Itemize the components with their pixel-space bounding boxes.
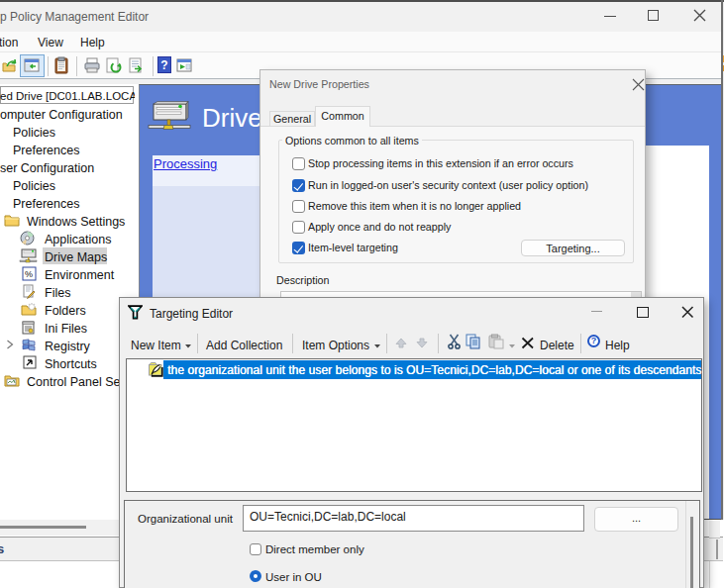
svg-text:%: % bbox=[25, 269, 33, 279]
